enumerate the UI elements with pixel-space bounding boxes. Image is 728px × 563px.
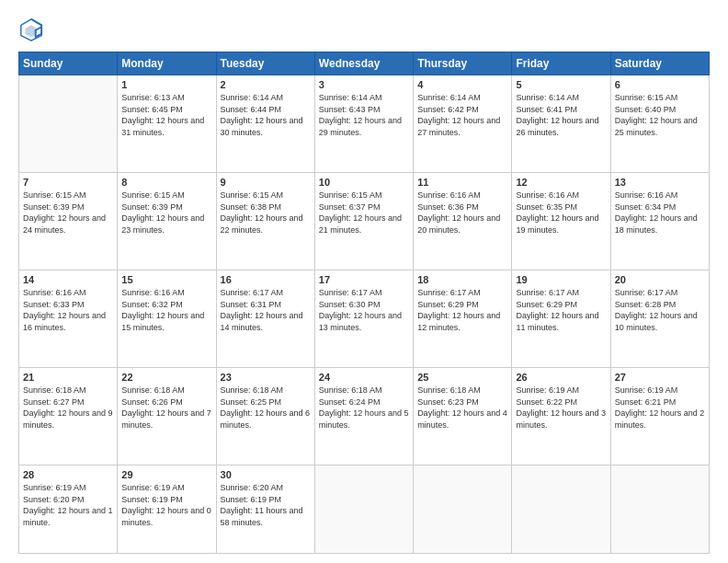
calendar-cell: 11Sunrise: 6:16 AM Sunset: 6:36 PM Dayli…	[414, 173, 512, 270]
day-header-saturday: Saturday	[610, 52, 709, 75]
day-number: 24	[319, 372, 409, 383]
calendar-cell: 27Sunrise: 6:19 AM Sunset: 6:21 PM Dayli…	[610, 368, 709, 465]
calendar-cell: 22Sunrise: 6:18 AM Sunset: 6:26 PM Dayli…	[118, 368, 216, 465]
day-number: 6	[615, 79, 705, 90]
calendar-cell: 29Sunrise: 6:19 AM Sunset: 6:19 PM Dayli…	[118, 465, 216, 554]
calendar-cell	[19, 75, 118, 173]
calendar-cell: 21Sunrise: 6:18 AM Sunset: 6:27 PM Dayli…	[19, 368, 118, 465]
calendar-cell: 30Sunrise: 6:20 AM Sunset: 6:19 PM Dayli…	[216, 465, 314, 554]
day-info: Sunrise: 6:15 AM Sunset: 6:40 PM Dayligh…	[615, 92, 705, 138]
day-number: 3	[319, 79, 409, 90]
day-number: 28	[23, 469, 113, 480]
day-info: Sunrise: 6:17 AM Sunset: 6:31 PM Dayligh…	[221, 287, 311, 333]
calendar-cell: 5Sunrise: 6:14 AM Sunset: 6:41 PM Daylig…	[512, 75, 610, 173]
calendar-cell: 6Sunrise: 6:15 AM Sunset: 6:40 PM Daylig…	[610, 75, 709, 173]
day-number: 9	[221, 177, 311, 188]
day-info: Sunrise: 6:14 AM Sunset: 6:41 PM Dayligh…	[516, 92, 606, 138]
calendar-cell: 13Sunrise: 6:16 AM Sunset: 6:34 PM Dayli…	[610, 173, 709, 270]
day-number: 25	[417, 372, 507, 383]
calendar-cell: 4Sunrise: 6:14 AM Sunset: 6:42 PM Daylig…	[414, 75, 512, 173]
calendar-cell: 8Sunrise: 6:15 AM Sunset: 6:39 PM Daylig…	[118, 173, 216, 270]
calendar-cell: 14Sunrise: 6:16 AM Sunset: 6:33 PM Dayli…	[19, 270, 118, 368]
day-number: 1	[121, 79, 211, 90]
day-number: 13	[615, 177, 705, 188]
calendar-header-row: SundayMondayTuesdayWednesdayThursdayFrid…	[19, 52, 710, 75]
page: SundayMondayTuesdayWednesdayThursdayFrid…	[0, 0, 728, 563]
day-info: Sunrise: 6:17 AM Sunset: 6:29 PM Dayligh…	[417, 287, 507, 333]
day-info: Sunrise: 6:14 AM Sunset: 6:44 PM Dayligh…	[221, 92, 311, 138]
day-number: 4	[417, 79, 507, 90]
day-header-sunday: Sunday	[19, 52, 118, 75]
day-info: Sunrise: 6:15 AM Sunset: 6:38 PM Dayligh…	[221, 190, 311, 236]
day-number: 21	[23, 372, 113, 383]
calendar-table: SundayMondayTuesdayWednesdayThursdayFrid…	[18, 52, 710, 554]
calendar-cell: 16Sunrise: 6:17 AM Sunset: 6:31 PM Dayli…	[216, 270, 314, 368]
day-info: Sunrise: 6:17 AM Sunset: 6:29 PM Dayligh…	[516, 287, 606, 333]
day-number: 17	[319, 274, 409, 285]
day-header-thursday: Thursday	[414, 52, 512, 75]
calendar-week-5: 28Sunrise: 6:19 AM Sunset: 6:20 PM Dayli…	[19, 465, 710, 554]
day-info: Sunrise: 6:16 AM Sunset: 6:35 PM Dayligh…	[516, 190, 606, 236]
calendar-week-2: 7Sunrise: 6:15 AM Sunset: 6:39 PM Daylig…	[19, 173, 710, 270]
calendar-week-1: 1Sunrise: 6:13 AM Sunset: 6:45 PM Daylig…	[19, 75, 710, 173]
day-info: Sunrise: 6:15 AM Sunset: 6:39 PM Dayligh…	[121, 190, 211, 236]
day-info: Sunrise: 6:19 AM Sunset: 6:20 PM Dayligh…	[23, 482, 113, 528]
calendar-cell: 24Sunrise: 6:18 AM Sunset: 6:24 PM Dayli…	[314, 368, 413, 465]
calendar-cell	[610, 465, 709, 554]
day-info: Sunrise: 6:15 AM Sunset: 6:39 PM Dayligh…	[23, 190, 113, 236]
day-number: 27	[615, 372, 705, 383]
day-info: Sunrise: 6:19 AM Sunset: 6:22 PM Dayligh…	[516, 385, 606, 431]
calendar-cell: 12Sunrise: 6:16 AM Sunset: 6:35 PM Dayli…	[512, 173, 610, 270]
calendar-week-3: 14Sunrise: 6:16 AM Sunset: 6:33 PM Dayli…	[19, 270, 710, 368]
calendar-cell: 23Sunrise: 6:18 AM Sunset: 6:25 PM Dayli…	[216, 368, 314, 465]
calendar-cell: 7Sunrise: 6:15 AM Sunset: 6:39 PM Daylig…	[19, 173, 118, 270]
day-header-wednesday: Wednesday	[314, 52, 413, 75]
calendar-cell: 9Sunrise: 6:15 AM Sunset: 6:38 PM Daylig…	[216, 173, 314, 270]
day-number: 26	[516, 372, 606, 383]
day-number: 18	[417, 274, 507, 285]
calendar-cell: 28Sunrise: 6:19 AM Sunset: 6:20 PM Dayli…	[19, 465, 118, 554]
day-info: Sunrise: 6:19 AM Sunset: 6:19 PM Dayligh…	[121, 482, 211, 528]
day-number: 11	[417, 177, 507, 188]
day-header-friday: Friday	[512, 52, 610, 75]
calendar-cell: 3Sunrise: 6:14 AM Sunset: 6:43 PM Daylig…	[314, 75, 413, 173]
calendar-cell: 25Sunrise: 6:18 AM Sunset: 6:23 PM Dayli…	[414, 368, 512, 465]
logo	[18, 17, 48, 42]
calendar-cell: 17Sunrise: 6:17 AM Sunset: 6:30 PM Dayli…	[314, 270, 413, 368]
calendar-cell	[512, 465, 610, 554]
calendar-week-4: 21Sunrise: 6:18 AM Sunset: 6:27 PM Dayli…	[19, 368, 710, 465]
day-number: 16	[221, 274, 311, 285]
calendar-cell: 1Sunrise: 6:13 AM Sunset: 6:45 PM Daylig…	[118, 75, 216, 173]
day-number: 29	[121, 469, 211, 480]
calendar-cell: 26Sunrise: 6:19 AM Sunset: 6:22 PM Dayli…	[512, 368, 610, 465]
day-info: Sunrise: 6:18 AM Sunset: 6:25 PM Dayligh…	[221, 385, 311, 431]
day-info: Sunrise: 6:17 AM Sunset: 6:30 PM Dayligh…	[319, 287, 409, 333]
day-header-tuesday: Tuesday	[216, 52, 314, 75]
calendar-cell: 20Sunrise: 6:17 AM Sunset: 6:28 PM Dayli…	[610, 270, 709, 368]
day-info: Sunrise: 6:20 AM Sunset: 6:19 PM Dayligh…	[221, 482, 311, 528]
day-number: 12	[516, 177, 606, 188]
calendar-cell: 19Sunrise: 6:17 AM Sunset: 6:29 PM Dayli…	[512, 270, 610, 368]
day-number: 30	[221, 469, 311, 480]
calendar-cell: 2Sunrise: 6:14 AM Sunset: 6:44 PM Daylig…	[216, 75, 314, 173]
day-info: Sunrise: 6:16 AM Sunset: 6:34 PM Dayligh…	[615, 190, 705, 236]
day-header-monday: Monday	[118, 52, 216, 75]
logo-icon	[18, 17, 44, 42]
day-info: Sunrise: 6:13 AM Sunset: 6:45 PM Dayligh…	[121, 92, 211, 138]
day-info: Sunrise: 6:18 AM Sunset: 6:27 PM Dayligh…	[23, 385, 113, 431]
day-number: 23	[221, 372, 311, 383]
calendar-cell: 18Sunrise: 6:17 AM Sunset: 6:29 PM Dayli…	[414, 270, 512, 368]
day-number: 15	[121, 274, 211, 285]
day-number: 10	[319, 177, 409, 188]
day-number: 8	[121, 177, 211, 188]
day-number: 14	[23, 274, 113, 285]
day-number: 7	[23, 177, 113, 188]
day-info: Sunrise: 6:16 AM Sunset: 6:36 PM Dayligh…	[417, 190, 507, 236]
day-number: 2	[221, 79, 311, 90]
day-info: Sunrise: 6:18 AM Sunset: 6:23 PM Dayligh…	[417, 385, 507, 431]
calendar-cell: 10Sunrise: 6:15 AM Sunset: 6:37 PM Dayli…	[314, 173, 413, 270]
day-info: Sunrise: 6:17 AM Sunset: 6:28 PM Dayligh…	[615, 287, 705, 333]
day-info: Sunrise: 6:15 AM Sunset: 6:37 PM Dayligh…	[319, 190, 409, 236]
day-info: Sunrise: 6:14 AM Sunset: 6:43 PM Dayligh…	[319, 92, 409, 138]
day-info: Sunrise: 6:18 AM Sunset: 6:26 PM Dayligh…	[121, 385, 211, 431]
